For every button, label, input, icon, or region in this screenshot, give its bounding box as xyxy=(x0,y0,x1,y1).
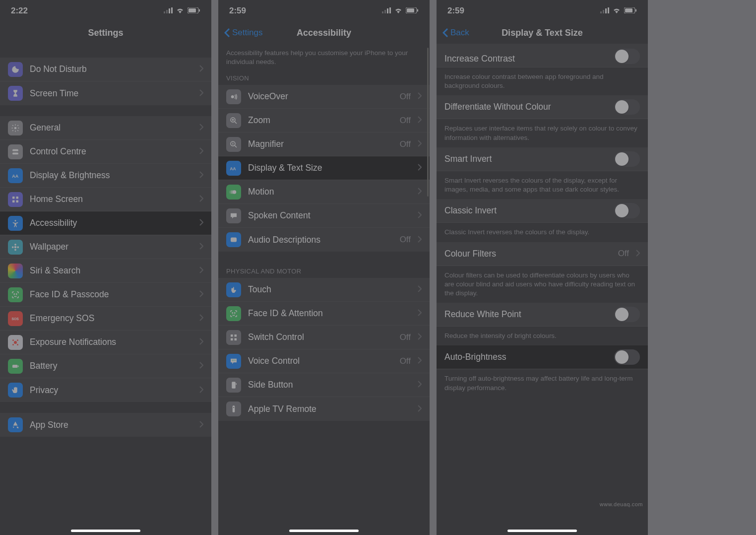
row-reduce-white-point[interactable]: Reduce White Point xyxy=(437,303,648,327)
status-bar: 2:59 xyxy=(437,0,648,22)
accessibility-content[interactable]: Accessibility features help you customis… xyxy=(218,44,430,535)
svg-rect-45 xyxy=(231,238,237,242)
toggle-classic-invert[interactable] xyxy=(614,203,640,218)
home-indicator[interactable] xyxy=(507,530,577,532)
chevron-right-icon xyxy=(199,194,203,204)
back-button[interactable]: Settings xyxy=(224,28,262,38)
row-control-centre[interactable]: Control Centre xyxy=(0,140,211,164)
svg-rect-58 xyxy=(605,8,607,13)
chevron-right-icon xyxy=(199,64,203,74)
svg-text:SOS: SOS xyxy=(12,317,19,321)
toggle-reduce-white-point[interactable] xyxy=(614,307,640,322)
row-magnifier[interactable]: Magnifier Off xyxy=(218,133,430,156)
svg-point-25 xyxy=(12,339,14,341)
row-spoken-content[interactable]: Spoken Content xyxy=(218,204,430,228)
svg-point-16 xyxy=(14,246,17,248)
chevron-right-icon xyxy=(199,361,203,371)
row-voice-control[interactable]: Voice Control Off xyxy=(218,349,430,373)
svg-point-27 xyxy=(12,344,14,345)
row-label: Auto-Brightness xyxy=(444,352,607,362)
section-motor: Touch Face ID & Attention Switch Control… xyxy=(218,278,430,421)
row-wallpaper[interactable]: Wallpaper xyxy=(0,235,211,259)
row-audio-descriptions[interactable]: Audio Descriptions Off xyxy=(218,228,430,252)
home-indicator[interactable] xyxy=(289,530,359,532)
row-switch-control[interactable]: Switch Control Off xyxy=(218,326,430,349)
row-faceid-attention[interactable]: Face ID & Attention xyxy=(218,302,430,326)
row-label: Audio Descriptions xyxy=(248,235,393,245)
sos-icon: SOS xyxy=(8,311,23,326)
row-colour-filters[interactable]: Colour Filters Off xyxy=(437,242,648,266)
toggle-smart-invert[interactable] xyxy=(614,151,640,167)
screen-settings: 2:22 Settings Do Not Disturb Screen Time xyxy=(0,0,211,535)
settings-content[interactable]: Do Not Disturb Screen Time General Contr… xyxy=(0,47,211,535)
row-battery[interactable]: Battery xyxy=(0,354,211,378)
voice-control-icon xyxy=(226,354,241,369)
row-label: Smart Invert xyxy=(444,154,607,164)
row-label: Display & Text Size xyxy=(248,163,411,173)
back-button[interactable]: Back xyxy=(442,28,469,38)
row-classic-invert[interactable]: Classic Invert xyxy=(437,199,648,223)
row-voiceover[interactable]: VoiceOver Off xyxy=(218,85,430,109)
watermark: www.deuaq.com xyxy=(600,501,643,507)
chevron-right-icon xyxy=(199,313,203,324)
row-side-button[interactable]: Side Button xyxy=(218,373,430,397)
chevron-right-icon xyxy=(199,146,203,157)
row-touch[interactable]: Touch xyxy=(218,278,430,302)
status-time: 2:59 xyxy=(229,6,246,16)
chevron-right-icon xyxy=(418,356,422,366)
footer-differentiate-colour: Replaces user interface items that rely … xyxy=(437,119,648,147)
appletv-remote-icon xyxy=(226,401,241,416)
svg-point-38 xyxy=(231,95,234,98)
svg-rect-11 xyxy=(12,197,15,199)
grid-icon xyxy=(8,192,23,207)
scrollbar[interactable] xyxy=(427,48,429,197)
row-display-brightness[interactable]: AA Display & Brightness xyxy=(0,164,211,188)
wifi-icon xyxy=(612,6,621,16)
row-motion[interactable]: Motion xyxy=(218,180,430,204)
row-label: Zoom xyxy=(248,115,393,126)
textsize-icon: AA xyxy=(8,168,23,183)
row-emergency-sos[interactable]: SOS Emergency SOS xyxy=(0,307,211,331)
row-label: Colour Filters xyxy=(444,249,611,259)
moon-icon xyxy=(8,62,23,77)
row-siri-search[interactable]: Siri & Search xyxy=(0,259,211,283)
toggle-auto-brightness[interactable] xyxy=(614,349,640,365)
battery-icon xyxy=(188,6,200,16)
signal-icon xyxy=(600,6,609,16)
row-label: Differentiate Without Colour xyxy=(444,102,607,112)
row-privacy[interactable]: Privacy xyxy=(0,378,211,402)
row-accessibility[interactable]: Accessibility xyxy=(0,211,211,235)
display-text-content[interactable]: Increase Contrast Increase colour contra… xyxy=(437,44,648,535)
section-header-motor: PHYSICAL AND MOTOR xyxy=(218,265,430,278)
chevron-right-icon xyxy=(418,163,422,173)
row-differentiate-colour[interactable]: Differentiate Without Colour xyxy=(437,95,648,119)
toggle-differentiate-colour[interactable] xyxy=(614,99,640,115)
row-faceid-passcode[interactable]: Face ID & Passcode xyxy=(0,283,211,307)
svg-rect-52 xyxy=(232,382,236,389)
toggle-increase-contrast[interactable] xyxy=(614,49,640,64)
footer-increase-contrast: Increase colour contrast between app for… xyxy=(437,67,648,95)
row-increase-contrast[interactable]: Increase Contrast xyxy=(437,44,648,67)
footer-auto-brightness: Turning off auto-brightness may affect b… xyxy=(437,369,648,397)
svg-point-55 xyxy=(233,407,234,408)
audio-description-icon xyxy=(226,232,241,247)
row-app-store[interactable]: App Store xyxy=(0,413,211,437)
row-display-text-size[interactable]: AA Display & Text Size xyxy=(218,156,430,180)
row-screen-time[interactable]: Screen Time xyxy=(0,81,211,105)
row-label: Side Button xyxy=(248,380,411,390)
row-apple-tv-remote[interactable]: Apple TV Remote xyxy=(218,397,430,421)
home-indicator[interactable] xyxy=(71,530,140,532)
row-smart-invert[interactable]: Smart Invert xyxy=(437,147,648,171)
row-general[interactable]: General xyxy=(0,116,211,140)
row-auto-brightness[interactable]: Auto-Brightness xyxy=(437,345,648,369)
speech-bubble-icon xyxy=(226,208,241,223)
row-value: Off xyxy=(400,116,411,126)
row-exposure-notifications[interactable]: Exposure Notifications xyxy=(0,331,211,354)
row-zoom[interactable]: Zoom Off xyxy=(218,109,430,133)
svg-point-19 xyxy=(12,246,14,248)
status-time: 2:59 xyxy=(447,6,464,16)
row-do-not-disturb[interactable]: Do Not Disturb xyxy=(0,58,211,81)
section-header-vision: VISION xyxy=(218,71,430,85)
faceid-icon xyxy=(8,287,23,302)
row-home-screen[interactable]: Home Screen xyxy=(0,188,211,211)
